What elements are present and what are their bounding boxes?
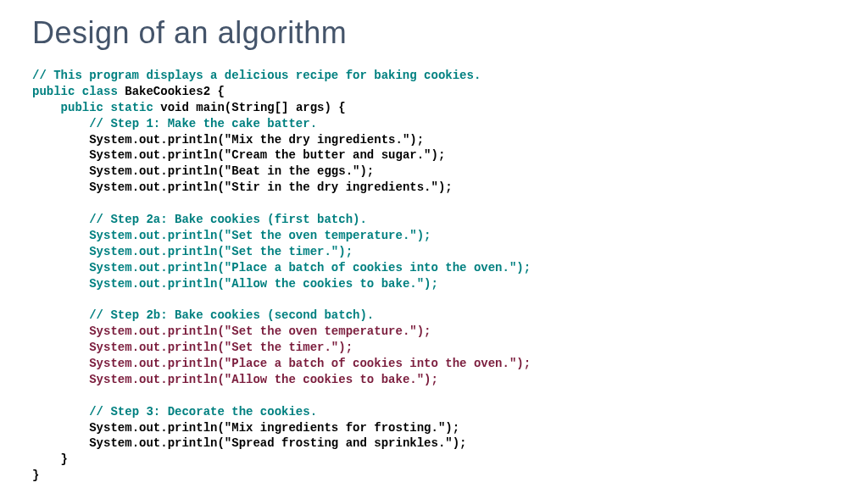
code-block: // This program displays a delicious rec… [32, 68, 836, 484]
kw-public: public [32, 85, 75, 98]
code-line: System.out.println("Set the timer."); [89, 245, 353, 258]
slide-title: Design of an algorithm [32, 15, 836, 51]
kw-public: public [61, 101, 103, 114]
code-comment-header: // This program displays a delicious rec… [32, 69, 481, 82]
code-line: System.out.println("Mix the dry ingredie… [89, 133, 424, 147]
kw-static: static [110, 101, 153, 114]
code-line: System.out.println("Mix ingredients for … [89, 421, 459, 435]
code-comment-step3: // Step 3: Decorate the cookies. [89, 405, 317, 419]
code-comment-step1: // Step 1: Make the cake batter. [89, 117, 317, 130]
code-line: System.out.println("Beat in the eggs."); [89, 164, 374, 178]
close-brace: } [32, 469, 39, 482]
code-line: System.out.println("Spread frosting and … [89, 436, 466, 450]
code-line: System.out.println("Place a batch of coo… [89, 261, 531, 274]
kw-class: class [82, 85, 118, 98]
code-line: System.out.println("Stir in the dry ingr… [89, 180, 452, 194]
code-comment-step2b: // Step 2b: Bake cookies (second batch). [89, 308, 374, 322]
code-comment-step2a: // Step 2a: Bake cookies (first batch). [89, 213, 367, 226]
code-line: System.out.println("Allow the cookies to… [89, 277, 438, 291]
close-brace: } [32, 452, 68, 466]
code-line: System.out.println("Cream the butter and… [89, 148, 445, 162]
code-line-repeat: System.out.println("Set the oven tempera… [89, 324, 431, 338]
class-decl: BakeCookies2 { [118, 85, 225, 98]
code-line: System.out.println("Set the oven tempera… [89, 229, 431, 242]
code-line-repeat: System.out.println("Place a batch of coo… [89, 357, 531, 370]
code-line-repeat: System.out.println("Allow the cookies to… [89, 373, 438, 386]
main-sig: void main(String[] args) { [153, 101, 346, 114]
code-line-repeat: System.out.println("Set the timer."); [89, 341, 353, 354]
